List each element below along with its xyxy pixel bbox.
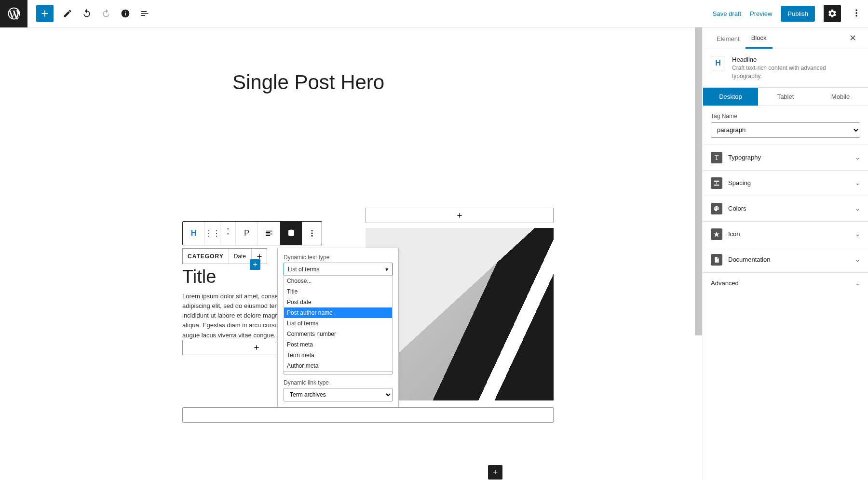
add-block-button[interactable] [36, 5, 54, 22]
dynamic-link-type-label: Dynamic link type [284, 379, 393, 386]
accordion-documentation[interactable]: Documentation ⌄ [703, 247, 868, 273]
floating-add-button[interactable]: + [488, 465, 502, 480]
toolbar-left-group [36, 5, 150, 22]
paragraph-button[interactable]: P [236, 222, 258, 245]
device-tab-mobile[interactable]: Mobile [813, 88, 868, 106]
block-info-header: H Headline Craft text-rich content with … [703, 49, 868, 87]
wordpress-logo-button[interactable] [0, 0, 27, 27]
device-tab-tablet[interactable]: Tablet [758, 88, 813, 106]
post-title-field[interactable]: Title [182, 267, 216, 287]
svg-point-1 [855, 12, 857, 13]
block-type-button[interactable]: H [183, 222, 205, 245]
list-icon [140, 9, 149, 18]
drag-handle[interactable]: ⋮⋮ [205, 222, 220, 245]
list-view-button[interactable] [139, 8, 150, 19]
dots-vertical-icon [852, 8, 861, 18]
accordion-typography[interactable]: Typography ⌄ [703, 145, 868, 171]
accordion-icon[interactable]: Icon ⌄ [703, 222, 868, 247]
publish-button[interactable]: Publish [781, 6, 815, 22]
preview-button[interactable]: Preview [750, 10, 772, 17]
dynamic-text-type-label: Dynamic text type [284, 254, 393, 261]
block-title: Headline [732, 56, 828, 63]
chevron-down-icon: ⌄ [855, 179, 860, 187]
page-title[interactable]: Single Post Hero [232, 71, 703, 94]
chevron-down-icon: ⌄ [855, 230, 860, 238]
svg-point-5 [312, 233, 313, 234]
canvas-scrollbar-thumb[interactable] [695, 27, 702, 335]
move-arrows[interactable]: ˄˅ [220, 222, 236, 245]
toolbar-right-group: Save draft Preview Publish [713, 5, 863, 22]
typography-icon [711, 152, 722, 163]
date-chip[interactable]: Date [229, 249, 251, 264]
sidebar-tabs: Element Block ✕ [703, 27, 868, 49]
tagname-select[interactable]: paragraph [711, 122, 860, 138]
spacing-icon [711, 177, 722, 189]
close-sidebar-button[interactable]: ✕ [845, 31, 860, 45]
dropdown-option[interactable]: Choose... [284, 276, 392, 286]
svg-point-2 [855, 15, 857, 16]
meta-insert-button[interactable]: + [250, 259, 260, 270]
top-toolbar: Save draft Preview Publish [0, 0, 868, 27]
accordion-label: Icon [728, 230, 740, 238]
plus-icon [253, 344, 260, 351]
dropdown-option[interactable]: Author meta [284, 360, 392, 371]
redo-button[interactable] [101, 8, 111, 19]
dropdown-option[interactable]: Comments number [284, 329, 392, 339]
gear-icon [827, 9, 837, 18]
dropdown-option[interactable]: Post meta [284, 339, 392, 350]
icon-icon [711, 228, 722, 240]
align-left-icon [265, 229, 273, 238]
dynamic-data-button[interactable] [280, 222, 302, 245]
dynamic-text-type-dropdown: Choose...TitlePost datePost author nameL… [284, 275, 393, 372]
block-more-button[interactable] [302, 222, 322, 245]
block-description: Craft text-rich content with advanced ty… [732, 64, 828, 80]
category-chip[interactable]: CATEGORY [183, 249, 229, 264]
edit-mode-button[interactable] [62, 8, 73, 19]
undo-button[interactable] [81, 8, 92, 19]
colors-icon [711, 203, 722, 214]
dropdown-option[interactable]: Term meta [284, 350, 392, 360]
plus-icon [456, 212, 463, 219]
accordion-label: Documentation [728, 256, 770, 263]
dropdown-option[interactable]: Post date [284, 297, 392, 307]
database-icon [287, 229, 296, 238]
settings-button[interactable] [824, 5, 841, 22]
accordion-colors[interactable]: Colors ⌄ [703, 196, 868, 222]
close-icon: ✕ [849, 33, 856, 43]
documentation-icon [711, 254, 722, 266]
info-button[interactable] [120, 8, 131, 19]
tagname-section: Tag Name paragraph [703, 106, 868, 145]
dropdown-option[interactable]: Title [284, 286, 392, 297]
plus-icon [40, 8, 50, 19]
save-draft-button[interactable]: Save draft [713, 10, 741, 17]
dropdown-option[interactable]: Post author name [284, 307, 392, 318]
headline-block-icon: H [711, 56, 725, 70]
block-toolbar: H ⋮⋮ ˄˅ P [182, 221, 322, 245]
device-tab-desktop[interactable]: Desktop [703, 88, 758, 106]
updown-icon: ˄˅ [227, 228, 230, 239]
svg-point-6 [312, 235, 313, 237]
undo-icon [82, 9, 92, 18]
align-button[interactable] [258, 222, 280, 245]
tab-element[interactable]: Element [711, 28, 746, 48]
accordion-label: Colors [728, 205, 746, 212]
dynamic-text-type-select[interactable]: List of terms ▾ [284, 263, 393, 276]
add-block-zone[interactable] [366, 208, 554, 223]
chevron-down-icon: ⌄ [855, 205, 860, 212]
tab-block[interactable]: Block [746, 27, 773, 49]
canvas-scrollbar-track[interactable] [695, 27, 702, 480]
accordion-label: Typography [728, 154, 761, 161]
info-icon [121, 9, 130, 18]
dropdown-option[interactable]: List of terms [284, 318, 392, 329]
redo-icon [101, 9, 111, 18]
device-tabs: Desktop Tablet Mobile [703, 87, 868, 106]
add-block-zone-full[interactable] [182, 407, 554, 423]
editor-canvas[interactable]: Single Post Hero H ⋮⋮ ˄˅ P CATEGORY Date… [0, 27, 703, 480]
select-value: List of terms [288, 266, 319, 273]
accordion-spacing[interactable]: Spacing ⌄ [703, 171, 868, 196]
more-options-button[interactable] [850, 6, 863, 21]
pencil-icon [63, 9, 72, 18]
chevron-down-icon: ⌄ [855, 256, 860, 263]
accordion-advanced[interactable]: Advanced ⌄ [703, 273, 868, 293]
accordion-label: Spacing [728, 179, 751, 187]
